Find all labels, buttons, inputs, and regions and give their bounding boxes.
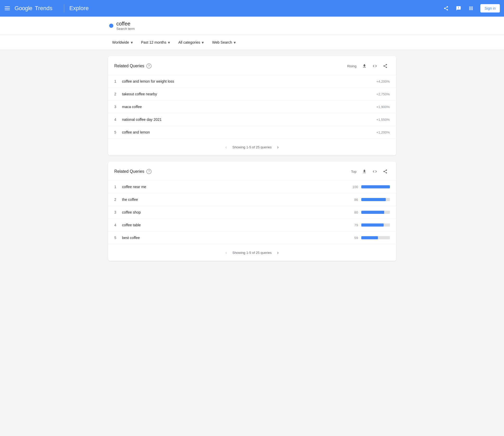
main-content: Related Queries ? Rising 1 coffee and [104, 56, 400, 261]
app-header: Google Trends Explore Sign in [0, 0, 504, 17]
rising-card-header: Related Queries ? Rising [108, 56, 396, 75]
rising-help-icon[interactable]: ? [146, 63, 152, 69]
categories-label: All categories [178, 40, 200, 44]
hamburger-icon [5, 6, 10, 10]
top-help-icon[interactable]: ? [146, 169, 152, 174]
region-filter[interactable]: Worldwide ▾ [109, 38, 136, 47]
header-divider [64, 4, 64, 12]
categories-filter[interactable]: All categories ▾ [175, 38, 207, 47]
rising-prev-button[interactable]: ‹ [222, 143, 230, 151]
rising-share-button[interactable] [381, 61, 390, 71]
rising-card-actions: Rising [347, 61, 390, 71]
feedback-button[interactable] [453, 3, 464, 14]
rising-query-row[interactable]: 4 national coffee day 2021 +1,550% [108, 113, 396, 126]
top-embed-button[interactable] [370, 167, 379, 176]
search-term-dot [109, 24, 113, 28]
sign-in-button[interactable]: Sign in [480, 4, 500, 12]
top-next-button[interactable]: › [274, 248, 282, 257]
query-bar-container: 59 [338, 236, 390, 240]
query-text: national coffee day 2021 [122, 117, 376, 122]
query-text: coffee shop [122, 210, 338, 214]
rising-pagination: ‹ Showing 1-5 of 25 queries › [108, 138, 396, 155]
top-query-row[interactable]: 1 coffee near me 100 [108, 180, 396, 193]
time-label: Past 12 months [141, 40, 166, 44]
rising-query-row[interactable]: 3 maca coffee +1,900% [108, 100, 396, 113]
top-query-row[interactable]: 5 best coffee 59 [108, 231, 396, 244]
embed-icon [372, 64, 377, 68]
query-bar-container: 86 [338, 198, 390, 202]
top-pagination: ‹ Showing 1-5 of 25 queries › [108, 244, 396, 261]
query-text: best coffee [122, 236, 338, 240]
query-rank: 1 [114, 79, 122, 83]
download-icon-top [362, 169, 367, 174]
time-filter[interactable]: Past 12 months ▾ [138, 38, 173, 47]
region-chevron-icon: ▾ [131, 40, 133, 45]
filter-bar-inner: Worldwide ▾ Past 12 months ▾ All categor… [109, 35, 395, 50]
search-type-label: Web Search [212, 40, 232, 44]
feedback-icon [456, 6, 461, 11]
query-bar-container: 80 [338, 210, 390, 214]
query-text: coffee table [122, 223, 338, 227]
share-icon-top [383, 169, 388, 174]
bar-fill [361, 236, 378, 239]
share-button[interactable] [441, 3, 451, 14]
region-label: Worldwide [112, 40, 129, 44]
query-rank: 3 [114, 105, 122, 109]
rising-pagination-text: Showing 1-5 of 25 queries [232, 145, 272, 149]
google-text: Google [15, 5, 32, 12]
header-icons-group: Sign in [441, 3, 500, 14]
query-bar-container: 100 [338, 185, 390, 189]
query-text: the coffee [122, 197, 338, 202]
top-query-row[interactable]: 2 the coffee 86 [108, 193, 396, 206]
rising-embed-button[interactable] [370, 61, 379, 71]
query-text: maca coffee [122, 105, 376, 109]
top-queries-card: Related Queries ? Top 1 coffee near m [108, 162, 396, 261]
query-text: coffee near me [122, 185, 338, 189]
rising-card-title: Related Queries [114, 64, 145, 68]
rising-queries-card: Related Queries ? Rising 1 coffee and [108, 56, 396, 155]
top-prev-button[interactable]: ‹ [222, 248, 230, 257]
bar-wrapper [361, 185, 390, 188]
query-rank: 5 [114, 130, 122, 134]
query-value: +2,750% [376, 92, 390, 96]
apps-icon [468, 6, 474, 11]
query-bar-value: 79 [350, 223, 358, 227]
embed-icon-top [372, 169, 377, 174]
apps-button[interactable] [466, 3, 476, 14]
query-bar-container: 79 [338, 223, 390, 227]
query-value: +4,200% [376, 80, 390, 83]
top-download-button[interactable] [360, 167, 369, 176]
rising-next-button[interactable]: › [274, 143, 282, 151]
top-card-title-area: Related Queries ? [114, 169, 152, 174]
top-query-row[interactable]: 3 coffee shop 80 [108, 206, 396, 219]
query-value: +1,900% [376, 105, 390, 109]
rising-download-button[interactable] [360, 61, 369, 71]
bar-fill [361, 198, 386, 201]
search-type-chevron-icon: ▾ [234, 40, 236, 45]
top-mode-label: Top [351, 170, 357, 174]
top-share-button[interactable] [381, 167, 390, 176]
search-term-info: coffee Search term [116, 21, 135, 31]
search-term-container: coffee Search term [0, 17, 504, 35]
rising-query-row[interactable]: 5 coffee and lemon +1,200% [108, 126, 396, 138]
trends-text: Trends [35, 5, 53, 12]
rising-rows: 1 coffee and lemon for weight loss +4,20… [108, 75, 396, 138]
query-bar-value: 100 [350, 185, 358, 189]
query-value: +1,200% [376, 130, 390, 134]
bar-fill [361, 223, 384, 227]
top-pagination-text: Showing 1-5 of 25 queries [232, 251, 272, 255]
explore-label: Explore [69, 5, 89, 12]
search-type-filter[interactable]: Web Search ▾ [209, 38, 239, 47]
filter-bar: Worldwide ▾ Past 12 months ▾ All categor… [0, 35, 504, 50]
top-query-row[interactable]: 4 coffee table 79 [108, 219, 396, 231]
bar-fill [361, 211, 384, 214]
menu-button[interactable] [4, 3, 15, 14]
rising-mode-label: Rising [347, 64, 356, 68]
top-card-title: Related Queries [114, 169, 145, 174]
query-rank: 2 [114, 197, 122, 202]
rising-query-row[interactable]: 1 coffee and lemon for weight loss +4,20… [108, 75, 396, 88]
query-bar-value: 59 [350, 236, 358, 240]
query-rank: 4 [114, 223, 122, 227]
rising-query-row[interactable]: 2 takeout coffee nearby +2,750% [108, 88, 396, 100]
categories-chevron-icon: ▾ [202, 40, 204, 45]
